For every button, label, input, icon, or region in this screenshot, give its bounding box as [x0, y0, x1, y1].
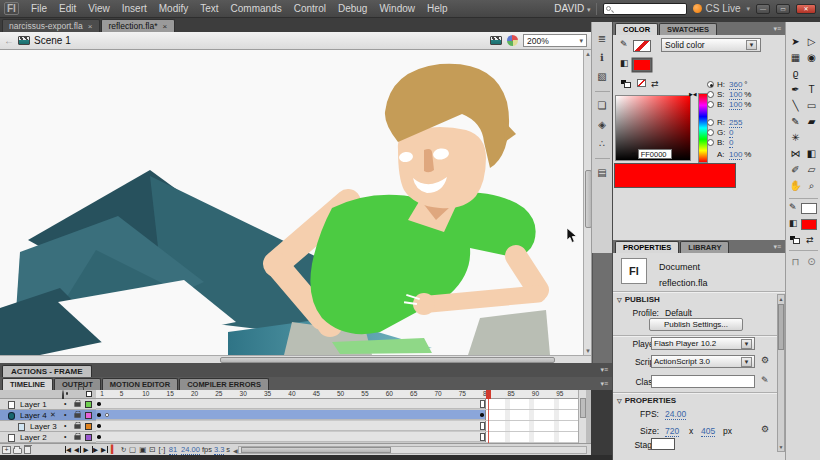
color-component-value[interactable]: 0: [729, 128, 733, 138]
search-input[interactable]: [603, 3, 687, 15]
back-arrow-icon[interactable]: ←: [4, 35, 14, 46]
3d-rotation-tool[interactable]: ◉: [804, 50, 819, 65]
tab-motion-editor[interactable]: MOTION EDITOR: [102, 378, 178, 390]
step-forward-button[interactable]: ▶: [92, 446, 99, 453]
close-icon[interactable]: ×: [87, 21, 94, 32]
tab-properties[interactable]: PROPERTIES: [615, 241, 679, 253]
new-folder-button[interactable]: [13, 448, 22, 454]
size-width-value[interactable]: 720: [665, 426, 679, 437]
workspace-switcher[interactable]: DAVID ▾: [554, 3, 590, 14]
fps-value[interactable]: 24.00: [665, 409, 686, 420]
menu-debug[interactable]: Debug: [332, 0, 373, 17]
fill-color-swatch[interactable]: [633, 59, 651, 71]
timeline-ruler[interactable]: 15101520253035404550556065707580859095: [96, 390, 578, 399]
actions-frame-tab[interactable]: ACTIONS - FRAME: [2, 365, 92, 377]
layer-outline-color[interactable]: [85, 423, 92, 430]
alpha-value[interactable]: 100: [729, 150, 742, 160]
minimize-button[interactable]: —: [756, 4, 770, 14]
center-frame-button[interactable]: ▢: [129, 445, 136, 454]
frame-row[interactable]: [96, 399, 578, 410]
step-back-button[interactable]: ◀: [74, 446, 81, 453]
layer-name[interactable]: Layer 3: [30, 422, 57, 431]
layer-name[interactable]: Layer 2: [20, 433, 47, 442]
class-input[interactable]: [651, 375, 755, 388]
scroll-up-icon[interactable]: ▲: [778, 296, 784, 302]
layer-lock-icon[interactable]: [74, 424, 80, 429]
subselection-tool[interactable]: ▷: [804, 34, 819, 49]
timeline-vertical-scrollbar[interactable]: [578, 390, 586, 443]
stroke-pencil-icon[interactable]: ✎: [789, 202, 797, 212]
fill-color-swatch[interactable]: [801, 219, 817, 230]
pencil-tool[interactable]: ✎: [788, 114, 803, 129]
lasso-tool[interactable]: ϱ: [788, 66, 803, 81]
properties-scrollbar[interactable]: ▲ ▼: [777, 294, 785, 452]
tool-options-icon[interactable]: ⊙: [804, 254, 819, 269]
color-component-value[interactable]: 255: [729, 118, 742, 128]
menu-commands[interactable]: Commands: [225, 0, 288, 17]
zoom-tool[interactable]: ⌕: [804, 178, 819, 193]
class-edit-pencil-icon[interactable]: ✎: [761, 375, 769, 385]
rectangle-tool[interactable]: ▭: [804, 98, 819, 113]
layer-lock-icon[interactable]: [74, 413, 80, 418]
layer-outline-color[interactable]: [85, 434, 92, 441]
fill-bucket-icon[interactable]: ◧: [789, 218, 798, 228]
layer-lock-icon[interactable]: [74, 402, 80, 407]
deco-tool[interactable]: ✳: [788, 130, 803, 145]
frame-row[interactable]: [96, 421, 578, 432]
brush-tool[interactable]: ▰: [804, 114, 819, 129]
tab-timeline[interactable]: TIMELINE: [2, 378, 53, 390]
color-component-value[interactable]: 100: [729, 90, 742, 100]
pen-tool[interactable]: ✒: [788, 82, 803, 97]
info-panel-icon[interactable]: ℹ: [600, 53, 604, 63]
fill-bucket-icon[interactable]: ◧: [620, 58, 629, 68]
eyedropper-tool[interactable]: ✐: [788, 162, 803, 177]
delete-layer-button[interactable]: [24, 446, 31, 454]
stroke-color-swatch[interactable]: [801, 203, 817, 214]
frame-rate-value[interactable]: 24.00: [181, 445, 200, 455]
scene-name[interactable]: Scene 1: [34, 35, 71, 46]
size-settings-wrench-icon[interactable]: ⚙: [761, 424, 769, 434]
radio-button[interactable]: [707, 81, 714, 88]
code-snippets-panel-icon[interactable]: ❏: [598, 101, 607, 111]
play-button[interactable]: ▶: [84, 446, 89, 453]
free-transform-tool[interactable]: ▦: [788, 50, 803, 65]
publish-section-header[interactable]: ▽PUBLISH: [617, 295, 660, 304]
edit-symbols-icon[interactable]: [507, 35, 518, 46]
layer-outline-color[interactable]: [85, 412, 92, 419]
script-settings-wrench-icon[interactable]: ⚙: [761, 355, 769, 365]
tab-library[interactable]: LIBRARY: [680, 241, 729, 253]
onion-skin-outlines-button[interactable]: ⊡: [149, 445, 155, 454]
color-component-value[interactable]: 100: [729, 100, 742, 110]
layer-visibility-dot[interactable]: •: [64, 411, 66, 418]
tab-color[interactable]: COLOR: [615, 23, 658, 35]
layer-visibility-dot[interactable]: •: [64, 400, 66, 407]
components-panel-icon[interactable]: ◈: [598, 120, 606, 130]
scroll-down-icon[interactable]: ▼: [778, 444, 784, 450]
menu-help[interactable]: Help: [421, 0, 454, 17]
radio-button[interactable]: [707, 129, 714, 136]
motion-presets-panel-icon[interactable]: ∴: [599, 139, 605, 149]
restore-button[interactable]: ▭: [776, 4, 790, 14]
stage-canvas[interactable]: [0, 50, 583, 355]
radio-button[interactable]: [707, 101, 714, 108]
swap-colors-icon[interactable]: ⇄: [806, 235, 814, 245]
layer-outline-color[interactable]: [85, 401, 92, 408]
menu-modify[interactable]: Modify: [153, 0, 194, 17]
stage-color-swatch[interactable]: [651, 438, 675, 450]
edit-scene-icon[interactable]: [490, 36, 502, 45]
elapsed-time-value[interactable]: 3.3: [214, 445, 224, 455]
color-component-value[interactable]: 0: [729, 138, 733, 148]
panel-menu-icon[interactable]: ▾≡: [773, 243, 781, 251]
paint-bucket-tool[interactable]: ◧: [804, 146, 819, 161]
size-height-value[interactable]: 405: [701, 426, 715, 437]
frame-row[interactable]: [96, 410, 578, 421]
color-component-value[interactable]: 360: [729, 80, 742, 90]
selection-tool[interactable]: ➤: [788, 34, 803, 49]
go-to-first-frame-button[interactable]: ◀: [65, 446, 72, 453]
scrollbar-thumb[interactable]: [241, 447, 391, 453]
document-tab[interactable]: narcissus-export.fla×: [2, 19, 100, 32]
zoom-level-select[interactable]: 200% ▾: [523, 34, 587, 47]
layer-row-layer-3[interactable]: Layer 3•: [0, 421, 96, 432]
color-type-select[interactable]: Solid color ▼: [661, 38, 761, 52]
current-frame-value[interactable]: 81: [169, 445, 177, 455]
